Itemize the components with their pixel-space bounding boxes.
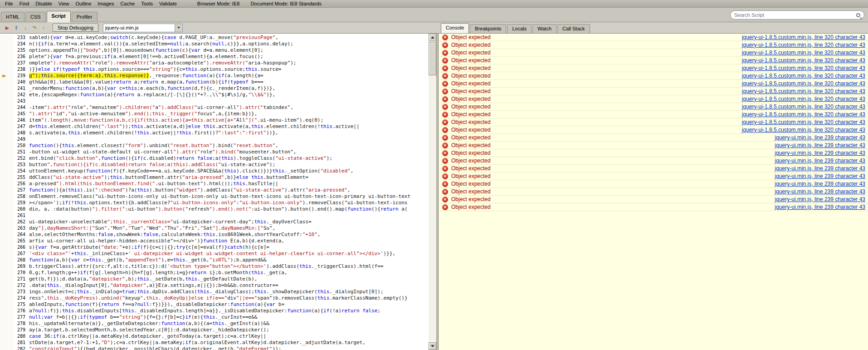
line-number[interactable]: 253 <box>14 162 29 168</box>
breakpoint-margin[interactable] <box>0 212 14 219</box>
menu-find[interactable]: Find <box>16 0 32 7</box>
scroll-up-button[interactable] <box>429 34 436 41</box>
console-source-link[interactable]: jquery-ui-1.8.5.custom.min.js, line 320 … <box>733 104 865 110</box>
line-number[interactable]: 249 <box>14 136 29 143</box>
line-number[interactable]: 260 <box>14 206 29 212</box>
breakpoint-margin[interactable] <box>0 174 14 181</box>
line-number[interactable]: 243 <box>14 98 29 104</box>
breakpoint-margin[interactable] <box>0 130 14 136</box>
line-number[interactable]: 259 <box>14 200 29 206</box>
breakpoint-margin[interactable] <box>0 200 14 206</box>
console-source-link[interactable]: jquery-ui-1.8.5.custom.min.js, line 320 … <box>733 34 865 40</box>
line-number[interactable]: 235 <box>14 47 29 54</box>
line-number[interactable]: 242 <box>14 92 29 98</box>
breakpoint-margin[interactable] <box>0 117 14 123</box>
breakpoint-margin[interactable] <box>0 320 14 327</box>
console-source-link[interactable]: jquery-ui-1.8.5.custom.min.js, line 320 … <box>733 96 865 102</box>
console-source-link[interactable]: jquery-ui-1.8.5.custom.min.js, line 320 … <box>733 111 865 118</box>
tab-html[interactable]: HTML <box>1 12 24 22</box>
code-scrollbar[interactable] <box>429 34 436 350</box>
panel-tab-call-stack[interactable]: Call Stack <box>557 24 590 33</box>
line-number[interactable]: 271 <box>14 276 29 282</box>
line-number[interactable]: 247 <box>14 123 29 130</box>
step-into-icon[interactable]: ↓ <box>21 24 30 32</box>
breakpoint-margin[interactable] <box>0 282 14 289</box>
panel-tab-watch[interactable]: Watch <box>532 24 556 33</box>
line-number[interactable]: 244 <box>14 104 29 111</box>
menu-view[interactable]: View <box>55 0 73 7</box>
menu-file[interactable]: File <box>2 0 16 7</box>
line-number[interactable]: 254 <box>14 168 29 174</box>
breakpoint-margin[interactable] <box>0 289 14 295</box>
script-file-select[interactable]: jquery-ui.min.js <box>103 24 183 32</box>
console-source-link[interactable]: jquery-ui-1.8.5.custom.min.js, line 320 … <box>733 127 865 133</box>
line-number[interactable]: 246 <box>14 117 29 123</box>
breakpoint-margin[interactable] <box>0 41 14 47</box>
chevron-down-icon[interactable] <box>175 24 182 32</box>
line-number[interactable]: 266 <box>14 244 29 251</box>
console-source-link[interactable]: jquery-ui.min.js, line 239 character 43 <box>766 165 865 172</box>
menu-cache[interactable]: Cache <box>117 0 138 7</box>
breakpoint-margin[interactable] <box>0 257 14 263</box>
breakpoint-margin[interactable] <box>0 219 14 225</box>
tab-script[interactable]: Script <box>47 11 71 22</box>
line-number[interactable]: 267 <box>14 251 29 257</box>
breakpoint-margin[interactable] <box>0 295 14 301</box>
breakpoint-margin[interactable] <box>0 327 14 333</box>
line-number[interactable]: 275 <box>14 301 29 308</box>
line-number[interactable]: 241 <box>14 85 29 92</box>
document-mode-menu[interactable]: Document Mode: IE8 Standards <box>249 0 323 7</box>
menu-outline[interactable]: Outline <box>72 0 94 7</box>
breakpoint-margin[interactable] <box>0 79 14 85</box>
tab-profiler[interactable]: Profiler <box>72 12 98 22</box>
line-number[interactable]: 248 <box>14 130 29 136</box>
line-number[interactable]: 281 <box>14 340 29 346</box>
scrollbar-thumb[interactable] <box>429 42 436 75</box>
breakpoint-margin[interactable] <box>0 346 14 350</box>
console-source-link[interactable]: jquery-ui-1.8.5.custom.min.js, line 320 … <box>733 57 865 64</box>
search-input[interactable] <box>734 12 856 18</box>
line-number[interactable]: 238 <box>14 66 29 73</box>
line-number[interactable]: 263 <box>14 225 29 232</box>
breakpoint-margin[interactable] <box>0 168 14 174</box>
breakpoint-margin[interactable] <box>0 85 14 92</box>
breakpoint-margin[interactable] <box>0 251 14 257</box>
breakpoint-margin[interactable] <box>0 162 14 168</box>
line-number[interactable]: 274 <box>14 295 29 301</box>
breakpoint-margin[interactable] <box>0 123 14 130</box>
panel-tab-breakpoints[interactable]: Breakpoints <box>470 24 506 33</box>
breakpoint-margin[interactable] <box>0 181 14 187</box>
breakpoint-margin[interactable] <box>0 155 14 162</box>
line-number[interactable]: 276 <box>14 308 29 314</box>
console-source-link[interactable]: jquery-ui.min.js, line 239 character 43 <box>766 173 865 179</box>
console-source-link[interactable]: jquery-ui-1.8.5.custom.min.js, line 320 … <box>733 42 865 48</box>
line-number[interactable]: 234 <box>14 41 29 47</box>
menu-images[interactable]: Images <box>94 0 117 7</box>
console-source-link[interactable]: jquery-ui-1.8.5.custom.min.js, line 320 … <box>733 119 865 125</box>
breakpoint-margin[interactable] <box>0 136 14 143</box>
line-number[interactable]: 278 <box>14 320 29 327</box>
console-source-link[interactable]: jquery-ui-1.8.5.custom.min.js, line 320 … <box>733 49 865 56</box>
menu-disable[interactable]: Disable <box>32 0 55 7</box>
breakpoint-margin[interactable] <box>0 35 14 41</box>
line-number[interactable]: 262 <box>14 219 29 225</box>
menu-validate[interactable]: Validate <box>156 0 180 7</box>
scroll-down-button[interactable] <box>429 342 436 350</box>
line-number[interactable]: 237 <box>14 60 29 66</box>
line-number[interactable]: 256 <box>14 181 29 187</box>
panel-tab-locals[interactable]: Locals <box>507 24 532 33</box>
breakpoint-margin[interactable] <box>0 340 14 346</box>
breakpoint-margin[interactable] <box>0 149 14 155</box>
line-number[interactable]: 264 <box>14 232 29 238</box>
break-all-icon[interactable]: ‖ <box>12 24 21 32</box>
breakpoint-margin[interactable] <box>0 187 14 193</box>
step-over-icon[interactable]: ↷ <box>30 24 39 32</box>
breakpoint-margin[interactable] <box>0 276 14 282</box>
breakpoint-margin[interactable] <box>0 193 14 200</box>
console-source-link[interactable]: jquery-ui.min.js, line 239 character 43 <box>766 196 865 202</box>
breakpoint-margin[interactable] <box>0 66 14 73</box>
line-number[interactable]: 239 <box>14 73 29 79</box>
line-number[interactable]: 236 <box>14 54 29 60</box>
line-number[interactable]: 233 <box>14 35 29 41</box>
breakpoint-margin[interactable] <box>0 54 14 60</box>
